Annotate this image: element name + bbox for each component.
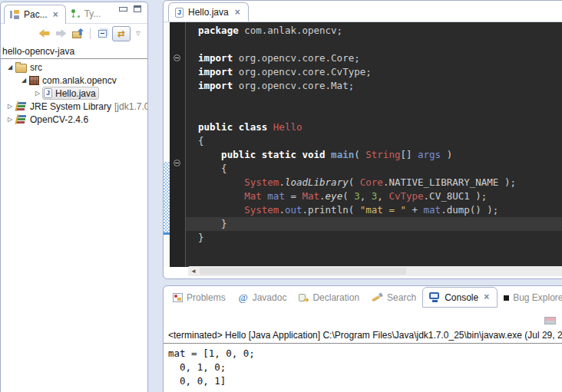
tab-problems[interactable]: Problems — [167, 288, 232, 308]
project-divider — [1, 58, 147, 59]
folding-gutter — [170, 22, 185, 267]
folder-up-icon — [72, 28, 84, 38]
library-icon — [15, 114, 27, 124]
explorer-tabbar: Pac... Ty... — [1, 2, 147, 24]
editor-body: package com.anlak.opencv; import org.ope… — [164, 22, 562, 267]
tab-search[interactable]: Search — [365, 288, 422, 308]
tab-label: Pac... — [24, 9, 48, 20]
collapsed-arrow-icon[interactable]: ▷ — [5, 103, 15, 110]
minimize-icon[interactable] — [119, 7, 127, 12]
maximize-icon[interactable] — [134, 5, 141, 12]
forward-arrow-icon — [56, 29, 67, 38]
forward-button[interactable] — [54, 27, 68, 41]
tab-label: Bug Explorer — [513, 292, 562, 303]
package-icon — [29, 76, 39, 85]
expanded-arrow-icon[interactable]: ◢ — [19, 77, 28, 84]
tree-item-hello-java[interactable]: ▷Hello.java — [1, 87, 147, 100]
annotation-ruler — [164, 22, 170, 267]
code-line: package com.anlak.opencv; — [186, 24, 562, 38]
editor-tabbar: Hello.java — [164, 1, 562, 22]
close-icon[interactable] — [51, 11, 60, 19]
library-icon — [15, 101, 27, 111]
tree-item-src[interactable]: ◢src — [1, 61, 147, 74]
console-panel: ProblemsJavadocDeclarationSearchConsoleB… — [163, 285, 562, 392]
explorer-toolbar — [1, 24, 147, 43]
tab-bug-explorer[interactable]: Bug Explorer — [498, 288, 562, 308]
tree-item-project[interactable]: hello-opencv-java — [1, 45, 147, 57]
view-window-buttons — [119, 2, 147, 12]
package-explorer-icon — [10, 10, 20, 19]
code-line: import org.opencv.core.Core; — [186, 51, 562, 65]
code-line: import org.opencv.core.CvType; — [186, 65, 562, 79]
tree-item-label: Hello.java — [55, 88, 96, 99]
horizontal-scrollbar[interactable]: ◄ — [188, 266, 562, 276]
java-file-icon — [175, 8, 183, 18]
code-line: System.loadLibrary( Core.NATIVE_LIBRARY_… — [186, 176, 562, 189]
code-line — [186, 107, 562, 120]
tab-label: Problems — [187, 292, 226, 303]
code-line: { — [186, 134, 562, 148]
code-line: } — [186, 231, 562, 245]
console-output[interactable]: mat = [1, 0, 0; 0, 1, 0; 0, 0, 1] — [164, 344, 562, 388]
console-line: 0, 0, 1] — [168, 374, 562, 388]
collapse-all-icon — [98, 30, 107, 38]
code-line: { — [186, 162, 562, 176]
toolbar-separator — [90, 28, 91, 39]
tree-item-opencv-2-4-6[interactable]: ▷OpenCV-2.4.6 — [1, 113, 147, 126]
tab-label: Search — [387, 292, 416, 303]
tab-package-explorer[interactable]: Pac... — [4, 5, 66, 24]
tab-hello-java[interactable]: Hello.java — [168, 2, 249, 21]
declaration-icon — [299, 293, 309, 303]
collapse-all-button[interactable] — [95, 27, 110, 41]
tree-item-com-anlak-opencv[interactable]: ◢com.anlak.opencv — [1, 74, 147, 87]
fold-collapse-icon[interactable] — [174, 54, 180, 61]
tab-label: Ty... — [84, 8, 101, 19]
tree-item-jre-system-library[interactable]: ▷JRE System Library [jdk1.7.0_25] — [1, 100, 147, 113]
code-line: } — [186, 217, 562, 231]
tree-item-label: com.anlak.opencv — [42, 75, 117, 86]
console-line: 0, 1, 0; — [168, 361, 562, 374]
code-line: Mat mat = Mat.eye( 3, 3, CvType.CV_8UC1 … — [186, 189, 562, 203]
collapsed-arrow-icon[interactable]: ▷ — [33, 90, 42, 97]
tab-label: Declaration — [312, 292, 359, 303]
collapsed-arrow-icon[interactable]: ▷ — [5, 116, 15, 123]
tab-console[interactable]: Console — [422, 287, 498, 308]
expanded-arrow-icon[interactable]: ◢ — [5, 64, 15, 71]
up-button[interactable] — [71, 27, 85, 41]
scroll-left-arrow-icon[interactable]: ◄ — [190, 266, 197, 276]
tree-item-label: JRE System Library — [30, 101, 111, 112]
search-icon — [372, 293, 383, 303]
code-line — [186, 93, 562, 107]
tab-label: Javadoc — [253, 292, 287, 303]
console-process-header: <terminated> Hello [Java Application] C:… — [164, 330, 562, 344]
back-button[interactable] — [37, 27, 51, 41]
tab-type-hierarchy[interactable]: Ty... — [66, 5, 107, 23]
fold-collapse-icon[interactable] — [174, 160, 180, 166]
tab-declaration[interactable]: Declaration — [293, 288, 365, 308]
package-explorer-panel: Pac... Ty... hello-opencv-java ◢src◢com.… — [0, 2, 148, 392]
console-toolbar-icon[interactable] — [544, 317, 556, 324]
close-icon[interactable] — [482, 293, 491, 301]
view-menu-button[interactable] — [133, 27, 144, 41]
code-line: System.out.println( "mat = " + mat.dump(… — [186, 203, 562, 217]
type-hierarchy-icon — [71, 9, 81, 18]
tab-label: Console — [445, 292, 478, 303]
console-icon — [429, 292, 441, 302]
project-label: hello-opencv-java — [2, 46, 74, 57]
code-line — [186, 38, 562, 51]
link-with-editor-button[interactable] — [112, 26, 131, 41]
tree-item-label: src — [30, 62, 42, 73]
javadoc-icon — [238, 292, 249, 303]
code-line: public static void main( String[] args ) — [186, 148, 562, 162]
editor-tab-label: Hello.java — [188, 7, 229, 18]
tree-item-suffix: [jdk1.7.0_25] — [114, 101, 148, 112]
java-file-icon — [44, 88, 52, 98]
code-editor[interactable]: package com.anlak.opencv; import org.ope… — [186, 22, 562, 267]
close-icon[interactable] — [233, 8, 242, 17]
back-arrow-icon — [39, 29, 50, 38]
editor-panel: Hello.java package com.anlak.opencv; imp… — [163, 0, 562, 279]
package-folder-icon — [15, 64, 27, 73]
tab-javadoc[interactable]: Javadoc — [232, 288, 293, 308]
code-line: import org.opencv.core.Mat; — [186, 79, 562, 93]
scrollbar-thumb[interactable] — [200, 268, 407, 275]
